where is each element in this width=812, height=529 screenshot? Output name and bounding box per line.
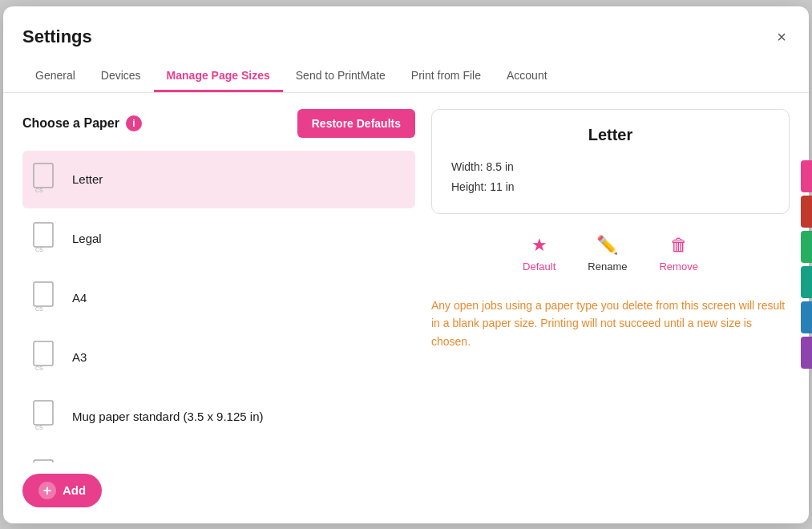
star-icon: ★ — [531, 235, 547, 256]
paper-item-mug-standard[interactable]: CS Mug paper standard (3.5 x 9.125 in) — [22, 388, 415, 446]
svg-rect-10 — [34, 460, 53, 462]
paper-name-mug-standard: Mug paper standard (3.5 x 9.125 in) — [72, 410, 263, 423]
settings-modal: Settings × General Devices Manage Page S… — [3, 6, 809, 523]
svg-text:CS: CS — [35, 247, 43, 252]
paper-name-legal: Legal — [72, 232, 102, 245]
nav-tabs: General Devices Manage Page Sizes Send t… — [22, 61, 790, 92]
paper-name-letter: Letter — [72, 172, 103, 186]
paper-width: Width: 8.5 in — [451, 157, 770, 177]
svg-text:CS: CS — [35, 425, 43, 430]
choose-paper-text: Choose a Paper — [22, 116, 119, 131]
svg-rect-8 — [34, 401, 53, 425]
actions-row: ★ Default ✏️ Rename 🗑 Remove — [431, 227, 790, 281]
pencil-icon: ✏️ — [596, 235, 618, 256]
paper-height: Height: 11 in — [451, 177, 770, 197]
side-color-tabs — [801, 160, 812, 369]
paper-item-mug-large[interactable]: CS Mug paper large (4 x 9.5 in) — [22, 447, 415, 462]
remove-action-label: Remove — [659, 260, 697, 273]
add-icon: + — [38, 482, 56, 499]
default-action-button[interactable]: ★ Default — [523, 235, 555, 273]
tab-devices[interactable]: Devices — [88, 61, 154, 92]
paper-icon-letter: CS — [32, 162, 61, 197]
add-button-label: Add — [63, 483, 86, 497]
paper-detail-card: Letter Width: 8.5 in Height: 11 in — [431, 109, 790, 214]
tab-manage-page-sizes[interactable]: Manage Page Sizes — [154, 61, 283, 92]
side-tab-purple[interactable] — [801, 337, 812, 369]
paper-icon-a4: CS — [32, 281, 61, 316]
warning-text: Any open jobs using a paper type you del… — [431, 293, 790, 353]
paper-detail-info: Width: 8.5 in Height: 11 in — [451, 157, 770, 197]
paper-item-letter[interactable]: CS Letter — [22, 151, 415, 208]
tab-print-from-file[interactable]: Print from File — [398, 61, 494, 92]
side-tab-blue[interactable] — [801, 301, 812, 333]
paper-icon-mug-large: CS — [32, 458, 61, 462]
svg-rect-0 — [34, 164, 53, 188]
side-tab-green[interactable] — [801, 231, 812, 263]
svg-text:CS: CS — [35, 365, 43, 371]
paper-icon-legal: CS — [32, 221, 61, 256]
paper-list: CS Letter CS Legal — [22, 151, 415, 462]
side-tab-pink[interactable] — [801, 160, 812, 192]
restore-defaults-button[interactable]: Restore Defaults — [297, 109, 415, 138]
modal-overlay: Settings × General Devices Manage Page S… — [0, 0, 812, 529]
paper-name-a3: A3 — [72, 350, 87, 364]
modal-title: Settings — [22, 26, 92, 47]
tab-account[interactable]: Account — [494, 61, 560, 92]
add-button[interactable]: + Add — [22, 474, 102, 507]
trash-icon: 🗑 — [670, 235, 688, 256]
right-panel: Letter Width: 8.5 in Height: 11 in ★ Def… — [431, 109, 790, 507]
left-panel-header: Choose a Paper i Restore Defaults — [22, 109, 415, 138]
paper-item-a3[interactable]: CS A3 — [22, 329, 415, 386]
side-tab-red[interactable] — [801, 196, 812, 228]
left-panel: Choose a Paper i Restore Defaults CS — [22, 109, 415, 507]
rename-action-label: Rename — [588, 260, 627, 273]
paper-item-legal[interactable]: CS Legal — [22, 210, 415, 268]
paper-icon-a3: CS — [32, 340, 61, 375]
paper-item-a4[interactable]: CS A4 — [22, 269, 415, 327]
close-button[interactable]: × — [774, 26, 790, 48]
modal-title-row: Settings × — [22, 26, 790, 48]
svg-text:CS: CS — [35, 306, 43, 312]
choose-paper-label: Choose a Paper i — [22, 115, 142, 131]
svg-rect-2 — [34, 223, 53, 247]
remove-action-button[interactable]: 🗑 Remove — [659, 235, 697, 273]
default-action-label: Default — [523, 260, 555, 273]
paper-detail-title: Letter — [451, 126, 770, 144]
tab-general[interactable]: General — [22, 61, 88, 92]
paper-name-a4: A4 — [72, 291, 87, 305]
svg-text:CS: CS — [35, 188, 43, 193]
modal-body: Choose a Paper i Restore Defaults CS — [3, 93, 809, 523]
svg-rect-6 — [34, 341, 53, 365]
rename-action-button[interactable]: ✏️ Rename — [588, 235, 627, 273]
tab-send-to-printmate[interactable]: Send to PrintMate — [283, 61, 398, 92]
svg-rect-4 — [34, 282, 53, 306]
modal-header: Settings × General Devices Manage Page S… — [3, 6, 809, 93]
paper-icon-mug-standard: CS — [32, 399, 61, 434]
info-icon[interactable]: i — [126, 115, 142, 131]
side-tab-teal[interactable] — [801, 266, 812, 298]
